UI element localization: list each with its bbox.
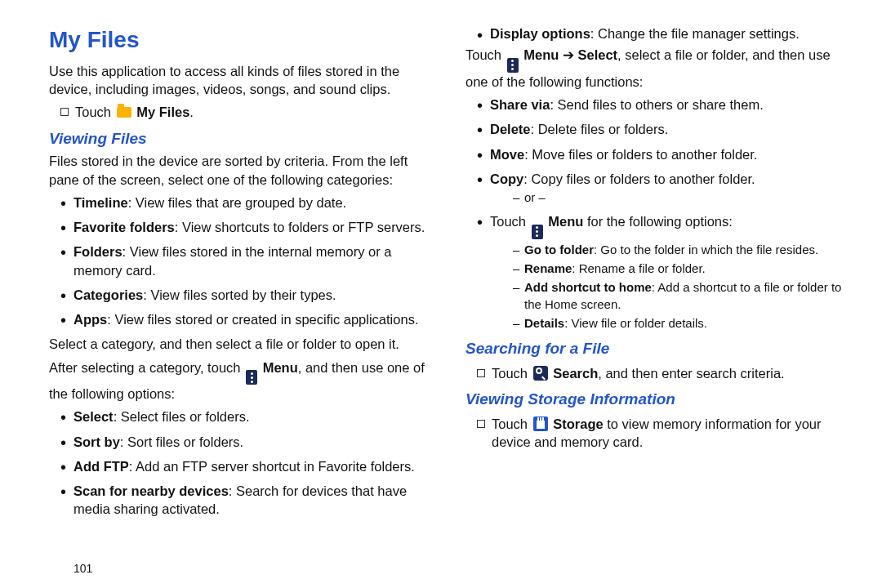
label: Categories: [74, 287, 143, 302]
label: Scan for nearby devices: [74, 483, 229, 498]
touch-myfiles-row: Touch My Files.: [60, 103, 433, 121]
text: : Select files or folders.: [114, 409, 250, 424]
list-item: Scan for nearby devices: Search for devi…: [62, 482, 433, 519]
text: : View files sorted by their types.: [143, 287, 336, 302]
text: , and then enter search criteria.: [598, 366, 784, 381]
menu-label: Menu: [548, 214, 583, 229]
list-item: Favorite folders: View shortcuts to fold…: [62, 218, 433, 236]
list-item: Folders: View files stored in the intern…: [62, 243, 433, 279]
touch-myfiles-text: Touch My Files.: [75, 103, 194, 121]
label: Add FTP: [74, 459, 129, 474]
menu-icon: [246, 370, 257, 385]
list-item: Move: Move files or folders to another f…: [479, 145, 849, 163]
list-item: Share via: Send files to others or share…: [479, 96, 849, 114]
text: : Send files to others or share them.: [550, 97, 763, 112]
manual-page: My Files Use this application to access …: [0, 0, 882, 551]
text: : View files stored or created in specif…: [107, 312, 418, 327]
text: : Change the file manager settings.: [590, 26, 800, 41]
text: for the following options:: [583, 214, 733, 229]
text: : Rename a file or folder.: [572, 261, 705, 275]
label: Go to folder: [524, 243, 594, 256]
label: Display options: [490, 26, 590, 41]
myfiles-label: My Files: [136, 105, 189, 119]
square-bullet-icon: [60, 108, 69, 116]
text: Touch: [492, 366, 532, 381]
list-item: Touch Menu for the following options: Go…: [479, 212, 849, 332]
list-item: Copy: Copy files or folders to another f…: [479, 170, 849, 207]
or-separator: or –: [513, 189, 849, 206]
select-category-text: Select a category, and then select a fil…: [49, 335, 433, 353]
label: Copy: [490, 172, 523, 186]
text: : Delete files or folders.: [531, 122, 669, 136]
storage-label: Storage: [553, 416, 603, 431]
text: Touch: [490, 214, 530, 229]
search-icon: [533, 366, 548, 381]
text: : Add an FTP server shortcut in Favorite…: [129, 459, 415, 474]
list-item: Go to folder: Go to the folder in which …: [513, 242, 849, 258]
subheading-storage: Viewing Storage Information: [466, 389, 849, 410]
menu-icon: [507, 58, 519, 73]
label: Favorite folders: [74, 220, 175, 234]
sub-options-list: Go to folder: Go to the folder in which …: [490, 242, 849, 332]
label: Sort by: [74, 434, 120, 449]
label: Delete: [490, 122, 531, 136]
page-number: 101: [74, 562, 92, 575]
page-title: My Files: [49, 24, 433, 56]
functions-list: Share via: Send files to others or share…: [466, 96, 849, 332]
text: or –: [524, 190, 546, 204]
search-row: Touch Search, and then enter search crit…: [477, 364, 849, 382]
list-item: Add shortcut to home: Add a shortcut to …: [513, 279, 849, 313]
search-text: Touch Search, and then enter search crit…: [492, 364, 785, 382]
list-item: Rename: Rename a file or folder.: [513, 261, 849, 277]
after-select-text: After selecting a category, touch Menu, …: [49, 359, 433, 403]
label: Move: [490, 147, 524, 162]
list-item: Apps: View files stored or created in sp…: [62, 310, 433, 328]
select-label: Select: [577, 47, 617, 62]
list-item: Categories: View files sorted by their t…: [62, 286, 433, 304]
label: Timeline: [74, 195, 128, 210]
text: , select a file or folder, and then use …: [466, 47, 831, 89]
text: After selecting a category, touch: [49, 360, 244, 375]
subheading-searching: Searching for a File: [466, 338, 849, 359]
list-item: Select: Select files or folders.: [62, 408, 433, 425]
intro-text: Use this application to access all kinds…: [49, 62, 433, 99]
text: : Go to the folder in which the file res…: [594, 243, 818, 256]
label: Folders: [74, 244, 122, 259]
label: Share via: [490, 97, 550, 112]
menu-icon: [532, 225, 543, 239]
arrow-icon: ➔: [559, 47, 577, 62]
text: Touch: [492, 416, 532, 431]
search-label: Search: [553, 366, 598, 381]
list-item: Details: View file or folder details.: [513, 315, 849, 332]
label: Details: [524, 316, 564, 330]
list-item: Add FTP: Add an FTP server shortcut in F…: [62, 457, 433, 475]
subheading-viewing-files: Viewing Files: [49, 128, 433, 149]
menu-select-text: Touch Menu ➔ Select, select a file or fo…: [466, 46, 849, 91]
square-bullet-icon: [477, 369, 485, 377]
text: Touch: [75, 105, 115, 119]
storage-icon: [533, 416, 548, 431]
text: : View file or folder details.: [564, 316, 707, 330]
label: Add shortcut to home: [524, 280, 652, 294]
text: : Copy files or folders to another folde…: [523, 172, 755, 186]
menu-label: Menu: [523, 47, 559, 62]
square-bullet-icon: [477, 420, 485, 428]
text: .: [189, 105, 194, 119]
storage-row: Touch Storage to view memory information…: [477, 415, 849, 452]
category-list: Timeline: View files that are grouped by…: [49, 194, 433, 329]
text: : View shortcuts to folders or FTP serve…: [175, 220, 425, 234]
text: Touch: [466, 47, 506, 62]
list-item: Delete: Delete files or folders.: [479, 120, 849, 138]
list-item: Sort by: Sort files or folders.: [62, 433, 433, 451]
storage-text: Touch Storage to view memory information…: [492, 415, 849, 452]
folder-icon: [117, 107, 131, 118]
menu-label: Menu: [263, 360, 298, 375]
label: Rename: [524, 261, 572, 275]
label: Apps: [74, 312, 107, 327]
text: : Move files or folders to another folde…: [524, 147, 757, 162]
list-item: Timeline: View files that are grouped by…: [62, 194, 433, 212]
label: Select: [74, 409, 114, 424]
text: : View files that are grouped by date.: [128, 195, 347, 210]
viewing-intro: Files stored in the device are sorted by…: [49, 152, 433, 189]
list-item: Display options: Change the file manager…: [479, 24, 849, 42]
